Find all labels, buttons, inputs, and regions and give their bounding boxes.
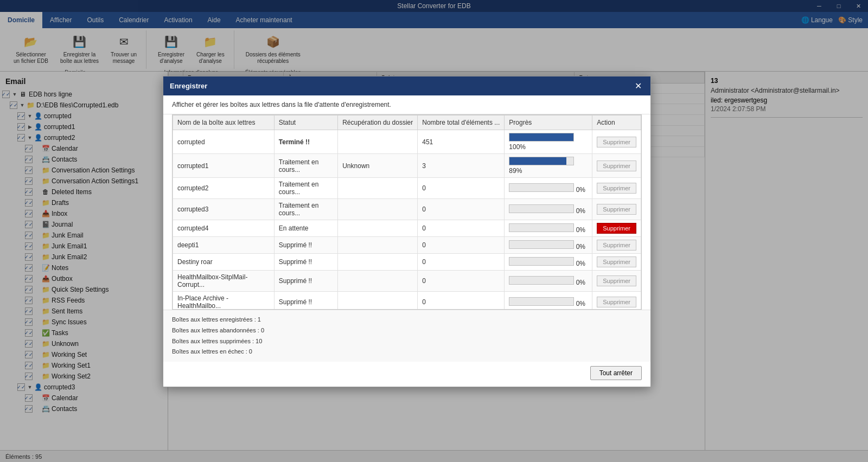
modal-col-progress: Progrès	[505, 116, 592, 130]
modal-col-status: Statut	[274, 116, 337, 130]
progress-bar-container	[509, 157, 574, 165]
modal-cell-folder	[338, 130, 418, 154]
modal-footer: Boîtes aux lettres enregistrées : 1 Boît…	[163, 310, 650, 362]
modal-table-row[interactable]: corrupted1 Traitement en cours... Unknow…	[173, 154, 641, 178]
modal-table-row[interactable]: HealthMailbox-SitplMail-Corrupt... Suppr…	[173, 271, 641, 292]
modal-table-row[interactable]: corrupted4 En attente 0 0% Supprimer	[173, 220, 641, 237]
delete-button-corrupted[interactable]: Supprimer	[597, 137, 636, 147]
modal-cell-folder	[338, 220, 418, 237]
modal-table-row[interactable]: In-Place Archive - HealthMailbo... Suppr…	[173, 292, 641, 310]
delete-button-corrupted4[interactable]: Supprimer	[597, 223, 636, 234]
modal-cell-folder: Unknown	[338, 154, 418, 178]
modal-cell-folder	[338, 178, 418, 199]
modal-table-row[interactable]: Destiny roar Supprimé !! 0 0% Supprimer	[173, 254, 641, 271]
modal-cell-action[interactable]: Supprimer	[592, 154, 641, 178]
modal-stats: Boîtes aux lettres enregistrées : 1 Boît…	[172, 315, 642, 357]
modal-table-head: Nom de la boîte aux lettres Statut Récup…	[173, 116, 641, 130]
modal-cell-progress: 0%	[505, 271, 592, 292]
stat-abandoned: Boîtes aux lettres abandonnées : 0	[172, 325, 642, 336]
modal-cell-status: Supprimé !!	[274, 254, 337, 271]
delete-button-Destiny roar[interactable]: Supprimer	[597, 256, 636, 267]
progress-bar-container	[509, 297, 574, 306]
modal-cell-total: 0	[418, 178, 505, 199]
modal-cell-total: 3	[418, 154, 505, 178]
modal-cell-folder	[338, 237, 418, 254]
modal-cell-name: corrupted4	[173, 220, 275, 237]
delete-button-corrupted2[interactable]: Supprimer	[597, 183, 636, 194]
modal-cell-progress: 0%	[505, 199, 592, 220]
modal-cell-progress: 0%	[505, 254, 592, 271]
modal-cell-total: 0	[418, 199, 505, 220]
modal-cell-action[interactable]: Supprimer	[592, 220, 641, 237]
modal-cell-folder	[338, 254, 418, 271]
progress-bar-container	[509, 133, 574, 142]
modal-cell-total: 0	[418, 237, 505, 254]
modal-cell-progress: 0%	[505, 220, 592, 237]
modal-cell-status: Terminé !!	[274, 130, 337, 154]
modal-cell-action[interactable]: Supprimer	[592, 292, 641, 310]
modal-overlay: Enregistrer ✕ Afficher et gérer les boît…	[0, 0, 868, 462]
modal-cell-progress: 100%	[505, 130, 592, 154]
modal-title: Enregistrer	[170, 82, 207, 90]
modal-close-button[interactable]: ✕	[633, 81, 644, 91]
modal-bottom: Tout arrêter	[163, 362, 650, 387]
modal-table-row[interactable]: corrupted Terminé !! 451 100% Supprimer	[173, 130, 641, 154]
modal-cell-name: corrupted	[173, 130, 275, 154]
delete-button-deepti1[interactable]: Supprimer	[597, 240, 636, 251]
progress-bar-fill	[509, 157, 566, 165]
delete-button-corrupted3[interactable]: Supprimer	[597, 204, 636, 215]
modal-cell-action[interactable]: Supprimer	[592, 130, 641, 154]
modal-cell-total: 0	[418, 220, 505, 237]
modal-cell-folder	[338, 292, 418, 310]
modal-cell-name: deepti1	[173, 237, 275, 254]
delete-button-In-Place Archive - HealthMailbo...[interactable]: Supprimer	[597, 297, 636, 307]
progress-bar-container	[509, 183, 574, 192]
stop-all-button[interactable]: Tout arrêter	[590, 366, 642, 380]
modal-description: Afficher et gérer les boîtes aux lettres…	[163, 95, 650, 114]
modal-cell-status: Traitement en cours...	[274, 199, 337, 220]
modal-cell-total: 0	[418, 271, 505, 292]
modal-col-total: Nombre total d'éléments ...	[418, 116, 505, 130]
stat-deleted: Boîtes aux lettres supprimées : 10	[172, 336, 642, 347]
modal-cell-status: Traitement en cours...	[274, 178, 337, 199]
progress-bar-container	[509, 204, 574, 213]
progress-bar-container	[509, 257, 574, 266]
modal-col-folder: Récupération du dossier	[338, 116, 418, 130]
modal-table-row[interactable]: deepti1 Supprimé !! 0 0% Supprimer	[173, 237, 641, 254]
modal-table-row[interactable]: corrupted3 Traitement en cours... 0 0% S…	[173, 199, 641, 220]
progress-bar-container	[509, 276, 574, 285]
modal-col-name: Nom de la boîte aux lettres	[173, 116, 275, 130]
modal-cell-action[interactable]: Supprimer	[592, 199, 641, 220]
modal-cell-status: Supprimé !!	[274, 271, 337, 292]
modal-table-container[interactable]: Nom de la boîte aux lettres Statut Récup…	[172, 114, 642, 310]
modal-cell-name: corrupted1	[173, 154, 275, 178]
modal-cell-status: Supprimé !!	[274, 237, 337, 254]
modal-cell-action[interactable]: Supprimer	[592, 271, 641, 292]
enregistrer-modal: Enregistrer ✕ Afficher et gérer les boît…	[163, 76, 651, 387]
modal-cell-folder	[338, 271, 418, 292]
modal-cell-name: corrupted2	[173, 178, 275, 199]
modal-cell-status: Supprimé !!	[274, 292, 337, 310]
modal-cell-status: En attente	[274, 220, 337, 237]
modal-col-action: Action	[592, 116, 641, 130]
progress-bar-container	[509, 223, 574, 232]
modal-cell-name: In-Place Archive - HealthMailbo...	[173, 292, 275, 310]
modal-cell-total: 0	[418, 292, 505, 310]
modal-cell-progress: 89%	[505, 154, 592, 178]
modal-cell-status: Traitement en cours...	[274, 154, 337, 178]
modal-header-row: Nom de la boîte aux lettres Statut Récup…	[173, 116, 641, 130]
modal-table-body: corrupted Terminé !! 451 100% Supprimer …	[173, 130, 641, 310]
modal-cell-name: corrupted3	[173, 199, 275, 220]
modal-cell-total: 451	[418, 130, 505, 154]
modal-cell-action[interactable]: Supprimer	[592, 237, 641, 254]
modal-cell-action[interactable]: Supprimer	[592, 254, 641, 271]
modal-cell-action[interactable]: Supprimer	[592, 178, 641, 199]
delete-button-HealthMailbox-SitplMail-Corrupt...[interactable]: Supprimer	[597, 275, 636, 286]
modal-cell-total: 0	[418, 254, 505, 271]
progress-bar-container	[509, 240, 574, 249]
modal-table-row[interactable]: corrupted2 Traitement en cours... 0 0% S…	[173, 178, 641, 199]
modal-cell-name: Destiny roar	[173, 254, 275, 271]
modal-cell-progress: 0%	[505, 237, 592, 254]
stat-registered: Boîtes aux lettres enregistrées : 1	[172, 315, 642, 325]
delete-button-corrupted1[interactable]: Supprimer	[597, 161, 636, 171]
